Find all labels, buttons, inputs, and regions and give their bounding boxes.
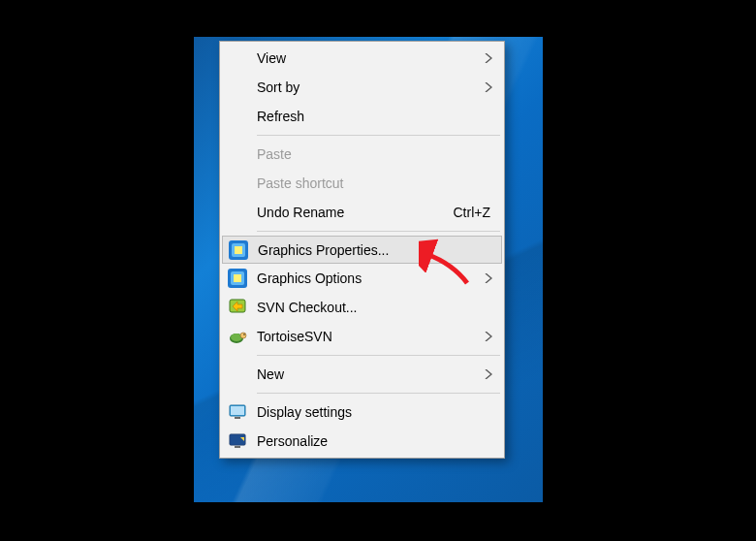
- menu-item-sort-by[interactable]: Sort by: [222, 73, 502, 102]
- intel-graphics-icon: [228, 267, 257, 290]
- svn-checkout-icon: [228, 296, 257, 319]
- menu-label: Graphics Properties...: [258, 242, 495, 258]
- menu-label: Personalize: [257, 433, 496, 449]
- icon-spacer: [228, 47, 257, 70]
- icon-spacer: [228, 172, 257, 195]
- intel-graphics-icon: [229, 239, 258, 262]
- icon-spacer: [228, 76, 257, 99]
- icon-spacer: [228, 105, 257, 128]
- display-icon: [228, 400, 257, 424]
- chevron-right-icon: [481, 366, 496, 382]
- menu-item-view[interactable]: View: [222, 44, 502, 73]
- svg-rect-16: [235, 446, 240, 448]
- svg-rect-5: [234, 274, 241, 282]
- menu-item-undo-rename[interactable]: Undo Rename Ctrl+Z: [222, 198, 502, 227]
- menu-label: Paste: [257, 146, 496, 162]
- chevron-right-icon: [481, 80, 496, 95]
- menu-label: View: [257, 50, 481, 66]
- svg-rect-2: [235, 246, 242, 254]
- menu-item-svn-checkout[interactable]: SVN Checkout...: [222, 293, 502, 322]
- menu-separator: [257, 135, 500, 136]
- menu-label: TortoiseSVN: [257, 329, 481, 344]
- icon-spacer: [228, 363, 257, 386]
- desktop-context-menu: View Sort by Refresh Paste Paste shortcu…: [219, 41, 505, 459]
- menu-label: Paste shortcut: [257, 175, 496, 191]
- menu-label: Refresh: [257, 109, 496, 124]
- menu-item-paste: Paste: [222, 140, 502, 169]
- icon-spacer: [228, 143, 257, 166]
- menu-item-graphics-options[interactable]: Graphics Options: [222, 264, 502, 293]
- menu-separator: [257, 393, 500, 394]
- menu-separator: [257, 355, 500, 356]
- chevron-right-icon: [481, 50, 496, 66]
- menu-item-graphics-properties[interactable]: Graphics Properties...: [222, 236, 502, 264]
- tortoise-icon: [228, 325, 257, 348]
- menu-label: Undo Rename: [257, 205, 454, 220]
- svg-point-10: [243, 334, 244, 334]
- svg-point-9: [240, 333, 246, 338]
- menu-item-display-settings[interactable]: Display settings: [222, 398, 502, 427]
- menu-label: Display settings: [257, 404, 496, 420]
- menu-label: New: [257, 366, 481, 382]
- menu-item-personalize[interactable]: Personalize: [222, 427, 502, 456]
- svg-rect-15: [231, 435, 244, 444]
- menu-label: Graphics Options: [257, 270, 481, 286]
- menu-label: SVN Checkout...: [257, 300, 496, 315]
- svg-rect-12: [231, 406, 244, 415]
- menu-item-refresh[interactable]: Refresh: [222, 102, 502, 131]
- menu-label: Sort by: [257, 80, 481, 95]
- menu-item-tortoisesvn[interactable]: TortoiseSVN: [222, 322, 502, 351]
- menu-item-paste-shortcut: Paste shortcut: [222, 169, 502, 198]
- svg-rect-13: [235, 417, 240, 419]
- menu-shortcut: Ctrl+Z: [454, 205, 497, 220]
- personalize-icon: [228, 430, 257, 453]
- chevron-right-icon: [481, 329, 496, 344]
- menu-separator: [257, 231, 500, 232]
- chevron-right-icon: [481, 270, 496, 286]
- icon-spacer: [228, 201, 257, 224]
- menu-item-new[interactable]: New: [222, 360, 502, 389]
